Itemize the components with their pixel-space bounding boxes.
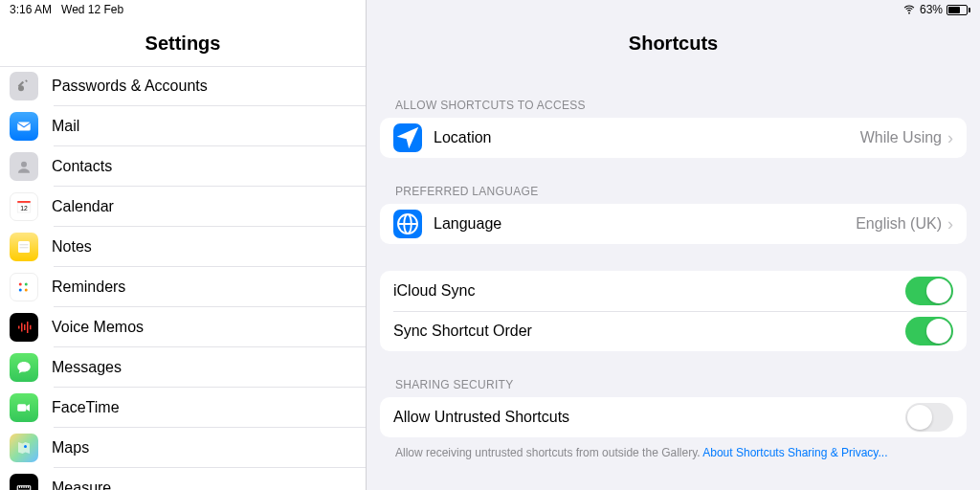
- sidebar-item-contacts[interactable]: Contacts: [0, 146, 366, 187]
- svg-point-13: [25, 283, 28, 286]
- person-icon: [10, 152, 38, 181]
- chevron-right-icon: ›: [947, 128, 953, 148]
- section-header-security: Sharing Security: [367, 351, 980, 397]
- svg-rect-3: [17, 122, 31, 131]
- svg-point-4: [21, 162, 27, 167]
- row-sync-order: Sync Shortcut Order: [380, 311, 967, 351]
- chevron-right-icon: ›: [947, 214, 953, 234]
- svg-point-11: [19, 283, 22, 286]
- sync-order-toggle[interactable]: [905, 317, 953, 345]
- sidebar-item-passwords-accounts[interactable]: Passwords & Accounts: [0, 66, 366, 106]
- location-arrow-icon: [393, 123, 422, 152]
- battery-percent: 63%: [920, 3, 943, 16]
- row-label: Allow Untrusted Shortcuts: [393, 409, 905, 426]
- sidebar-item-label: Voice Memos: [52, 319, 144, 336]
- sidebar-item-label: Maps: [52, 439, 89, 457]
- status-date: Wed 12 Feb: [61, 3, 123, 16]
- svg-rect-20: [17, 404, 26, 412]
- svg-text:12: 12: [20, 205, 28, 212]
- sidebar-item-measure[interactable]: Measure: [0, 468, 366, 490]
- sidebar-item-label: FaceTime: [52, 399, 120, 416]
- footer-description: Allow receiving untrusted shortcuts from…: [367, 437, 980, 469]
- key-icon: [10, 72, 38, 100]
- sidebar-item-label: Contacts: [52, 158, 112, 175]
- sidebar-item-mail[interactable]: Mail: [0, 106, 366, 146]
- sidebar-item-maps[interactable]: Maps: [0, 428, 366, 468]
- sidebar-item-label: Passwords & Accounts: [52, 78, 208, 95]
- about-sharing-privacy-link[interactable]: About Shortcuts Sharing & Privacy...: [702, 446, 887, 459]
- message-bubble-icon: [10, 353, 38, 382]
- sidebar-item-messages[interactable]: Messages: [0, 347, 366, 388]
- settings-sidebar: Settings Passwords & Accounts Mail Conta…: [0, 0, 367, 490]
- battery-icon: [947, 5, 970, 15]
- notes-icon: [10, 233, 38, 261]
- svg-rect-8: [18, 241, 30, 253]
- detail-pane: Shortcuts Allow Shortcuts to Access Loca…: [367, 0, 980, 490]
- footer-text: Allow receiving untrusted shortcuts from…: [395, 446, 702, 459]
- section-header-access: Allow Shortcuts to Access: [367, 72, 980, 118]
- reminders-icon: [10, 273, 38, 301]
- sidebar-item-facetime[interactable]: FaceTime: [0, 388, 366, 428]
- sidebar-item-label: Notes: [52, 238, 92, 256]
- svg-point-14: [25, 289, 28, 292]
- wifi-icon: [902, 2, 916, 18]
- svg-rect-2: [25, 79, 28, 82]
- row-language[interactable]: Language English (UK) ›: [380, 204, 967, 244]
- sidebar-item-calendar[interactable]: 12 Calendar: [0, 187, 366, 227]
- row-value: While Using: [860, 129, 942, 146]
- sidebar-item-label: Calendar: [52, 198, 114, 215]
- row-label: Language: [434, 215, 856, 233]
- row-location[interactable]: Location While Using ›: [380, 118, 967, 158]
- icloud-sync-toggle[interactable]: [905, 277, 953, 305]
- map-icon: [10, 434, 38, 462]
- sidebar-item-reminders[interactable]: Reminders: [0, 267, 366, 307]
- video-icon: [10, 393, 38, 422]
- waveform-icon: [10, 313, 38, 342]
- row-label: Location: [434, 129, 860, 146]
- row-label: iCloud Sync: [393, 282, 905, 300]
- untrusted-toggle[interactable]: [905, 403, 953, 432]
- svg-point-12: [19, 289, 22, 292]
- sidebar-item-label: Messages: [52, 359, 122, 376]
- sidebar-item-label: Measure: [52, 479, 111, 490]
- sidebar-item-notes[interactable]: Notes: [0, 227, 366, 267]
- globe-icon: [393, 210, 422, 238]
- section-header-language: Preferred Language: [367, 158, 980, 204]
- sidebar-item-label: Mail: [52, 118, 79, 135]
- svg-point-21: [24, 445, 27, 448]
- row-icloud-sync: iCloud Sync: [380, 271, 967, 311]
- row-value: English (UK): [856, 215, 942, 233]
- calendar-icon: 12: [10, 192, 38, 221]
- envelope-icon: [10, 112, 38, 141]
- status-bar: 3:16 AM Wed 12 Feb 63%: [0, 0, 980, 19]
- sidebar-item-voice-memos[interactable]: Voice Memos: [0, 307, 366, 347]
- sidebar-item-label: Reminders: [52, 278, 125, 296]
- ruler-icon: [10, 474, 38, 490]
- row-untrusted-shortcuts: Allow Untrusted Shortcuts: [380, 397, 967, 437]
- status-time: 3:16 AM: [10, 3, 52, 16]
- row-label: Sync Shortcut Order: [393, 323, 905, 340]
